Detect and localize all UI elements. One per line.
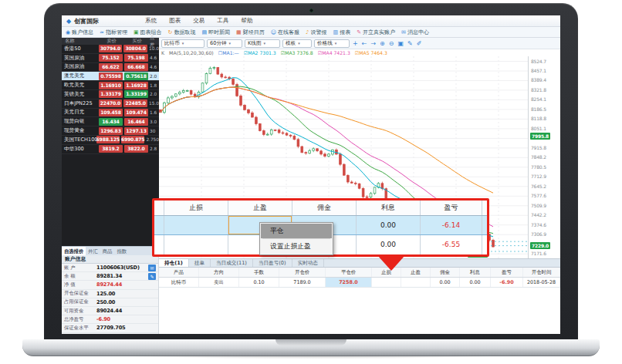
ma-legend-item[interactable]: ☑MA3 7376.8 bbox=[281, 50, 313, 56]
quote-buy-price[interactable]: 30804.0 bbox=[123, 45, 147, 52]
zoom-table-cell[interactable] bbox=[164, 216, 228, 234]
quote-row[interactable]: 中华3003819.23822.02.8 bbox=[62, 145, 159, 154]
context-menu-item[interactable]: 设置止损止盈 bbox=[261, 239, 332, 254]
quote-tab[interactable]: 自选报价 bbox=[62, 247, 86, 255]
positions-col-header: 产品 bbox=[159, 268, 199, 277]
snapshot-icon[interactable]: ▣ bbox=[398, 40, 404, 47]
ma-legend-item[interactable]: ☐MA1:— bbox=[218, 50, 239, 56]
context-menu-item[interactable]: 平仓 bbox=[261, 224, 332, 238]
menubar-item[interactable]: 图表 bbox=[169, 17, 181, 25]
quote-row[interactable]: 英国原油75.15275.1984.6 bbox=[62, 54, 159, 63]
quote-sell-price[interactable]: 75.152 bbox=[99, 54, 123, 62]
quote-row[interactable]: 香港5030794.030804.010.0 bbox=[62, 45, 159, 54]
chart-type-select[interactable]: K线图 bbox=[245, 39, 280, 48]
positions-tab[interactable]: 实时动态 bbox=[292, 259, 324, 267]
draw-tool-icon[interactable]: ✐ bbox=[417, 40, 422, 47]
app-title: 创富国际 bbox=[74, 17, 99, 25]
positions-tab[interactable]: 当日成交(11) bbox=[211, 259, 253, 267]
quote-row[interactable]: 英镑美元1.331791.331992.0 bbox=[62, 90, 159, 99]
zoom-table-cell[interactable] bbox=[154, 235, 164, 254]
crosshair-icon[interactable]: + bbox=[353, 40, 358, 47]
mail-icon[interactable]: ✉ bbox=[148, 265, 156, 271]
quote-sell-price[interactable]: 1.33179 bbox=[99, 90, 123, 98]
quote-row[interactable]: 美国TECH1006988.1256990.8752.750 bbox=[62, 136, 159, 145]
quote-row[interactable]: 欧元美元1.169101.169281.8 bbox=[62, 81, 159, 90]
quote-buy-price[interactable]: 22485.0 bbox=[123, 99, 147, 107]
arrow-left-icon[interactable]: ← bbox=[362, 40, 367, 47]
quote-sell-price[interactable]: 30794.0 bbox=[99, 45, 123, 52]
account-field-row: 开仓保证金125.00 bbox=[62, 290, 158, 298]
period-select[interactable]: 60分钟 bbox=[207, 39, 242, 48]
edit-icon[interactable]: ✎ bbox=[148, 273, 156, 280]
toolbar-item-instant-news[interactable]: ▤即时新闻 bbox=[201, 29, 230, 36]
zoom-table-cell[interactable]: -6.14 bbox=[421, 216, 482, 234]
quote-buy-price[interactable]: 109.474 bbox=[124, 109, 148, 116]
quote-sell-price[interactable]: 109.458 bbox=[99, 109, 123, 116]
main-toolbar: ◉账户信息≈指标管理▣图表组合↻数据取现▤即时新闻▦财经日历☺在线客服♪设警报▥… bbox=[62, 27, 560, 38]
positions-tab[interactable]: 挂单 bbox=[189, 259, 211, 267]
quote-buy-price[interactable]: 3822.0 bbox=[124, 145, 148, 153]
quote-row[interactable]: 澳元美元0.755980.756182.0 bbox=[62, 72, 159, 81]
quote-sell-price[interactable]: 1.16910 bbox=[99, 82, 123, 89]
pencil-icon[interactable]: ✎ bbox=[407, 40, 413, 47]
toolbar-item-reports[interactable]: ▥报表 bbox=[333, 29, 351, 36]
quote-row[interactable]: 美国原油66.62266.6684.6 bbox=[62, 63, 159, 72]
toolbar-item-data-refresh[interactable]: ↻数据取现 bbox=[168, 29, 196, 36]
quote-sell-price[interactable]: 66.622 bbox=[99, 63, 123, 71]
toolbar-item-message-center[interactable]: ✉消息中心 bbox=[401, 29, 429, 36]
ma-legend-item[interactable]: ☑MA4 7421.3 bbox=[318, 50, 350, 56]
menubar-item[interactable]: 工具 bbox=[217, 17, 228, 25]
quote-tab[interactable]: 指数 bbox=[114, 247, 129, 255]
zoom-table-cell[interactable]: 0.00 bbox=[357, 216, 421, 234]
zoom-table-cell[interactable]: -6.55 bbox=[421, 235, 482, 254]
menubar-item[interactable]: 交易 bbox=[193, 17, 205, 25]
toolbar-item-open-live-account[interactable]: ✎开立真实账户 bbox=[357, 29, 395, 36]
zoom-table-cell[interactable]: 0.00 bbox=[357, 235, 421, 254]
quote-buy-price[interactable]: 6990.875 bbox=[121, 136, 144, 143]
zoom-out-icon[interactable]: ⊖ bbox=[389, 40, 394, 47]
toolbar-item-account-info[interactable]: ◉账户信息 bbox=[66, 29, 93, 36]
quote-tabs: 自选报价外汇商品指数 bbox=[62, 246, 159, 255]
quote-buy-price[interactable]: 0.75618 bbox=[124, 72, 148, 80]
quote-row[interactable]: 现货黄金1296.831297.1330 bbox=[62, 126, 159, 136]
quote-row[interactable]: 现货白银16.43416.4643.0 bbox=[62, 117, 159, 126]
quote-sell-price[interactable]: 6988.125 bbox=[96, 136, 120, 143]
quote-buy-price[interactable]: 1.16928 bbox=[124, 82, 148, 89]
symbol-select[interactable]: 比特币 bbox=[161, 39, 205, 48]
toolbar-item-economic-calendar[interactable]: ▦财经日历 bbox=[236, 29, 265, 36]
line-type-select[interactable]: 价格线 bbox=[314, 39, 350, 48]
quote-sell-price[interactable]: 3819.2 bbox=[99, 145, 123, 153]
template-select[interactable]: 模板 bbox=[282, 39, 312, 48]
positions-tab[interactable]: 当日盈亏(0) bbox=[253, 259, 292, 267]
quote-buy-price[interactable]: 1.33199 bbox=[124, 90, 148, 98]
positions-tab[interactable]: 持仓(1) bbox=[159, 259, 189, 267]
quote-buy-price[interactable]: 1297.13 bbox=[124, 127, 148, 135]
quote-sell-price[interactable]: 16.434 bbox=[99, 118, 123, 126]
menubar-item[interactable]: 系统 bbox=[145, 17, 157, 25]
ma-prefix: K bbox=[161, 50, 164, 56]
toolbar-item-indicator-manager[interactable]: ≈指标管理 bbox=[100, 29, 127, 36]
toolbar-item-online-service[interactable]: ☺在线客服 bbox=[271, 29, 299, 36]
quote-buy-price[interactable]: 66.668 bbox=[124, 63, 148, 71]
quote-tab[interactable]: 商品 bbox=[100, 247, 115, 255]
quote-sell-price[interactable]: 1296.83 bbox=[99, 127, 123, 135]
axis-tick-label: 8389.4 bbox=[531, 77, 546, 83]
zoom-in-icon[interactable]: ⊕ bbox=[380, 40, 385, 47]
quote-sell-price[interactable]: 22470.0 bbox=[99, 99, 123, 107]
ma-legend-item[interactable]: ☑MA2 7301.3 bbox=[244, 50, 276, 56]
ma-legend-item[interactable]: ☑MA5 7464.3 bbox=[355, 50, 387, 56]
positions-cell: 7258.0 bbox=[326, 278, 372, 287]
toolbar-item-alert-settings[interactable]: ♪设警报 bbox=[306, 29, 326, 36]
quote-buy-price[interactable]: 16.464 bbox=[124, 118, 148, 126]
quote-sell-price[interactable]: 0.75598 bbox=[99, 72, 123, 80]
menubar-item[interactable]: 帮助 bbox=[241, 17, 252, 25]
quote-tab[interactable]: 外汇 bbox=[86, 247, 100, 255]
positions-row[interactable]: 比特币卖出0.107189.07258.00.000.00-6.902018-0… bbox=[159, 278, 560, 288]
quote-row[interactable]: 日本JPN22522470.022485.015.0 bbox=[62, 99, 159, 109]
axis-tick-label: 7442.2 bbox=[531, 212, 546, 217]
zoom-table-cell[interactable] bbox=[164, 235, 228, 254]
zoom-table-cell[interactable] bbox=[154, 216, 164, 234]
quote-row[interactable]: 美元日元109.458109.4741.6 bbox=[62, 109, 159, 118]
arrow-right-icon[interactable]: → bbox=[370, 40, 376, 47]
quote-buy-price[interactable]: 75.198 bbox=[124, 54, 148, 62]
